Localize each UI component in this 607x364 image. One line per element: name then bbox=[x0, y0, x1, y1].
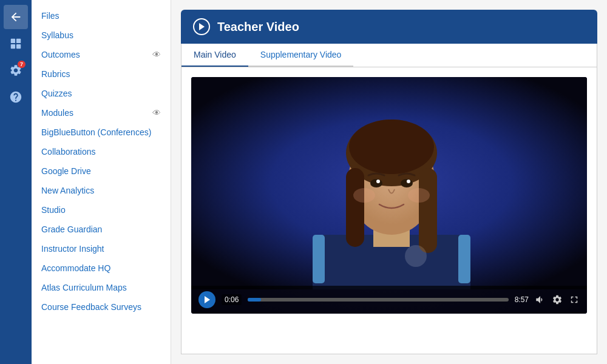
video-title: Teacher Video bbox=[217, 20, 299, 34]
video-total-time: 8:57 bbox=[515, 295, 529, 304]
main-content: Teacher Video Main Video Supplementary V… bbox=[171, 0, 607, 364]
icon-bar: 7 bbox=[0, 0, 32, 364]
sidebar-item-course-feedback-surveys[interactable]: Course Feedback Surveys bbox=[32, 297, 171, 317]
back-icon-item[interactable] bbox=[4, 5, 28, 29]
svg-point-18 bbox=[376, 180, 380, 183]
svg-point-16 bbox=[370, 179, 382, 187]
help-icon-item[interactable] bbox=[4, 85, 28, 109]
sidebar-item-bigbluebutton[interactable]: BigBlueButton (Conferences) bbox=[32, 123, 171, 142]
settings-icon[interactable] bbox=[552, 294, 563, 305]
sidebar-item-rubrics[interactable]: Rubrics bbox=[32, 64, 171, 84]
svg-rect-1 bbox=[16, 39, 21, 43]
tab-bar: Main Video Supplementary Video bbox=[181, 44, 597, 67]
volume-icon[interactable] bbox=[535, 294, 546, 305]
sidebar-item-collaborations[interactable]: Collaborations bbox=[32, 142, 171, 161]
svg-point-17 bbox=[401, 179, 413, 187]
sidebar-item-grade-guardian[interactable]: Grade Guardian bbox=[32, 220, 171, 239]
sidebar-item-accommodate-hq[interactable]: Accommodate HQ bbox=[32, 258, 171, 278]
video-person-svg bbox=[191, 77, 587, 289]
video-container: 0:06 8:57 bbox=[181, 67, 597, 354]
svg-rect-10 bbox=[458, 235, 470, 283]
svg-point-19 bbox=[407, 180, 410, 183]
svg-rect-0 bbox=[11, 39, 15, 43]
svg-rect-9 bbox=[313, 235, 325, 283]
sidebar-item-files[interactable]: Files bbox=[32, 6, 171, 25]
svg-marker-4 bbox=[199, 23, 205, 30]
video-current-time: 0:06 bbox=[222, 294, 242, 305]
sidebar-item-atlas-curriculum-maps[interactable]: Atlas Curriculum Maps bbox=[32, 278, 171, 297]
course-icon-item[interactable] bbox=[4, 32, 28, 56]
video-header: Teacher Video bbox=[181, 10, 597, 44]
sidebar-item-google-drive[interactable]: Google Drive bbox=[32, 161, 171, 181]
video-progress-filled bbox=[248, 298, 260, 302]
svg-marker-23 bbox=[205, 296, 210, 303]
sidebar-item-outcomes[interactable]: Outcomes 👁 bbox=[32, 45, 171, 64]
svg-point-15 bbox=[349, 120, 434, 174]
settings-badge: 7 bbox=[18, 61, 25, 68]
tab-main-video[interactable]: Main Video bbox=[181, 44, 248, 67]
svg-point-20 bbox=[353, 188, 375, 203]
video-controls: 0:06 8:57 bbox=[191, 286, 587, 314]
video-background bbox=[191, 77, 587, 314]
sidebar: Files Syllabus Outcomes 👁 Rubrics Quizze… bbox=[32, 0, 171, 364]
sidebar-item-new-analytics[interactable]: New Analytics bbox=[32, 181, 171, 200]
sidebar-item-syllabus[interactable]: Syllabus bbox=[32, 25, 171, 45]
video-play-button[interactable] bbox=[198, 291, 215, 308]
outcomes-eye-icon: 👁 bbox=[152, 50, 161, 59]
fullscreen-icon[interactable] bbox=[569, 294, 580, 305]
modules-eye-icon: 👁 bbox=[152, 108, 161, 118]
settings-icon-item[interactable]: 7 bbox=[4, 58, 28, 83]
svg-point-21 bbox=[408, 188, 430, 203]
header-play-icon bbox=[193, 18, 210, 35]
svg-rect-3 bbox=[16, 44, 21, 49]
svg-rect-13 bbox=[346, 168, 364, 247]
video-progress-bar[interactable] bbox=[248, 298, 508, 302]
video-wrapper: 0:06 8:57 bbox=[191, 77, 587, 314]
tab-supplementary-video[interactable]: Supplementary Video bbox=[248, 44, 354, 67]
sidebar-item-instructor-insight[interactable]: Instructor Insight bbox=[32, 239, 171, 258]
sidebar-item-modules[interactable]: Modules 👁 bbox=[32, 103, 171, 123]
svg-rect-2 bbox=[11, 44, 15, 49]
svg-rect-14 bbox=[419, 168, 437, 253]
svg-point-22 bbox=[405, 245, 427, 267]
sidebar-item-quizzes[interactable]: Quizzes bbox=[32, 84, 171, 103]
sidebar-item-studio[interactable]: Studio bbox=[32, 200, 171, 220]
